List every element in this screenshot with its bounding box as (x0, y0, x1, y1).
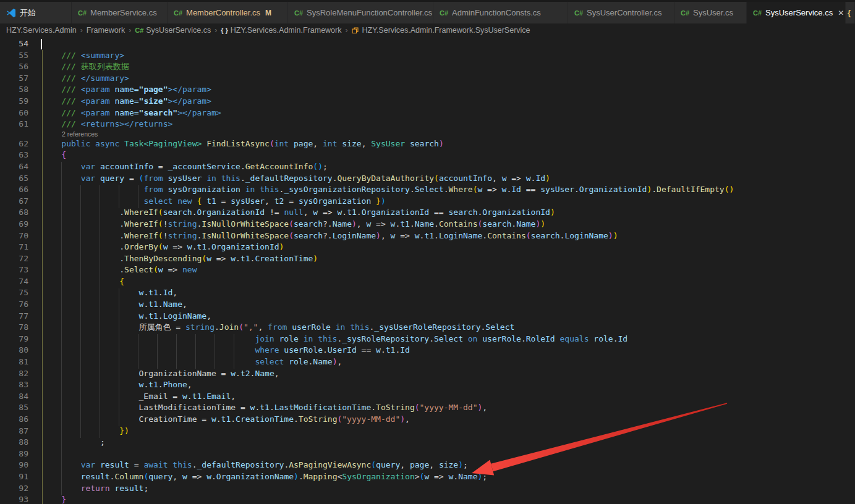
code-line-89[interactable]: 89 (0, 448, 855, 460)
code-line-70[interactable]: 70 .WhereIf(!string.IsNullOrWhiteSpace(s… (0, 230, 855, 242)
code-line-83[interactable]: 83 w.t1.Phone, (0, 379, 855, 391)
code-line-93[interactable]: 93 } (0, 494, 855, 504)
code-line-87[interactable]: 87 }) (0, 426, 855, 437)
code-editor[interactable]: 5455 /// <summary>56 /// 获取列表数据57 /// </… (0, 37, 855, 504)
line-number: 57 (0, 73, 28, 85)
code-text: w.t1.Id, (42, 287, 177, 299)
code-text: .Select(w => new (42, 264, 197, 276)
tab-label: MemberService.cs (90, 8, 157, 17)
code-text: /// <param name="page"></param> (42, 84, 211, 96)
code-line-86[interactable]: 86 CreationTime = w.t1.CreationTime.ToSt… (0, 414, 855, 426)
code-text: LastModificationTime = w.t1.LastModifica… (42, 402, 487, 414)
code-line-76[interactable]: 76 w.t1.Name, (0, 299, 855, 311)
code-line-91[interactable]: 91 result.Column(query, w => w.Organizat… (0, 471, 855, 483)
line-number: 58 (0, 84, 28, 96)
breadcrumb-item-hzy-services-admin[interactable]: HZY.Services.Admin (6, 26, 77, 35)
breadcrumb-label: HZY.Services.Admin (6, 26, 77, 35)
code-line-57[interactable]: 57 /// </summary> (0, 73, 855, 85)
line-number: 91 (0, 471, 28, 483)
line-number: 81 (0, 356, 28, 368)
csharp-file-icon: C# (574, 9, 583, 17)
tab-sysuserservice-cs[interactable]: C#SysUserService.cs✕ (747, 2, 846, 23)
code-line-62[interactable]: 62 public async Task<PagingView> FindLis… (0, 138, 855, 150)
code-line-68[interactable]: 68 .WhereIf(search.OrganizationId != nul… (0, 207, 855, 219)
line-number: 92 (0, 483, 28, 495)
code-line-64[interactable]: 64 var accountInfo = _accountService.Get… (0, 161, 855, 173)
csharp-file-icon: C# (681, 9, 689, 17)
code-text: w.t1.Name, (42, 299, 187, 311)
breadcrumb-item-framework[interactable]: Framework (87, 26, 125, 35)
code-text: select new { t1 = sysUser, t2 = sysOrgan… (42, 196, 386, 208)
code-line-63[interactable]: 63 { (0, 149, 855, 161)
line-number: 62 (0, 138, 28, 150)
code-line-59[interactable]: 59 /// <param name="size"></param> (0, 96, 855, 107)
code-line-80[interactable]: 80 where userRole.UserId == w.t1.Id (0, 345, 855, 356)
code-line-79[interactable]: 79 join role in this._sysRoleRepository.… (0, 334, 855, 345)
code-line-69[interactable]: 69 .WhereIf(!string.IsNullOrWhiteSpace(s… (0, 219, 855, 230)
line-number: 87 (0, 426, 28, 437)
line-number: 84 (0, 391, 28, 403)
code-line-65[interactable]: 65 var query = (from sysUser in this._de… (0, 173, 855, 185)
tab-label: SysRoleMenuFunctionController.cs (307, 8, 432, 17)
tab-membercontroller-cs[interactable]: C#MemberController.csM (168, 2, 288, 23)
code-text: CreationTime = w.t1.CreationTime.ToStrin… (42, 414, 410, 426)
code-text: ; (42, 437, 105, 448)
close-icon[interactable]: ✕ (836, 9, 845, 17)
csharp-file-icon: C# (174, 9, 182, 17)
breadcrumb-item-sysuserservice-cs[interactable]: C#SysUserService.cs (135, 26, 211, 35)
code-text: var query = (from sysUser in this._defau… (42, 173, 550, 185)
code-line-73[interactable]: 73 .Select(w => new (0, 264, 855, 276)
code-line-61[interactable]: 61 /// <returns></returns> (0, 119, 855, 130)
gutter (0, 130, 28, 138)
breadcrumb-label: HZY.Services.Admin.Framework (231, 26, 342, 35)
code-text: .WhereIf(!string.IsNullOrWhiteSpace(sear… (42, 230, 618, 242)
line-number: 63 (0, 149, 28, 161)
code-line-78[interactable]: 78 所属角色 = string.Join(",", from userRole… (0, 322, 855, 334)
code-line-88[interactable]: 88 ; (0, 437, 855, 448)
code-line-77[interactable]: 77 w.t1.LoginName, (0, 311, 855, 322)
code-line-74[interactable]: 74 { (0, 276, 855, 288)
tab-sysrolemenufunctioncontroller-cs[interactable]: C#SysRoleMenuFunctionController.cs (288, 2, 433, 23)
code-line-67[interactable]: 67 select new { t1 = sysUser, t2 = sysOr… (0, 196, 855, 208)
code-text: result.Column(query, w => w.Organization… (42, 471, 487, 483)
codelens-row: 2 references (0, 130, 855, 138)
code-line-84[interactable]: 84 _Email = w.t1.Email, (0, 391, 855, 403)
codelens-references[interactable]: 2 references (62, 130, 98, 138)
tab-memberservice-cs[interactable]: C#MemberService.cs (72, 2, 168, 23)
code-text: w.t1.LoginName, (42, 311, 211, 322)
code-line-71[interactable]: 71 .OrderBy(w => w.t1.OrganizationId) (0, 242, 855, 253)
code-line-58[interactable]: 58 /// <param name="page"></param> (0, 84, 855, 96)
breadcrumb-item-hzy-services-admin-framework-sysuserservice[interactable]: HZY.Services.Admin.Framework.SysUserServ… (351, 26, 530, 35)
tab-sysuser-cs[interactable]: C#SysUser.cs (674, 2, 747, 23)
breadcrumb-item-hzy-services-admin-framework[interactable]: { }HZY.Services.Admin.Framework (221, 26, 341, 35)
tab-[interactable]: { (846, 2, 855, 23)
code-line-66[interactable]: 66 from sysOrganization in this._sysOrga… (0, 184, 855, 196)
line-number: 83 (0, 379, 28, 391)
code-line-81[interactable]: 81 select role.Name), (0, 356, 855, 368)
code-line-92[interactable]: 92 return result; (0, 483, 855, 495)
code-line-54[interactable]: 54 (0, 38, 855, 50)
code-text: where userRole.UserId == w.t1.Id (42, 345, 410, 356)
code-line-82[interactable]: 82 OrganizationName = w.t2.Name, (0, 368, 855, 380)
line-number: 73 (0, 264, 28, 276)
code-line-85[interactable]: 85 LastModificationTime = w.t1.LastModif… (0, 402, 855, 414)
code-line-60[interactable]: 60 /// <param name="search"></param> (0, 107, 855, 119)
tab-sysusercontroller-cs[interactable]: C#SysUserController.cs (568, 2, 674, 23)
code-line-56[interactable]: 56 /// 获取列表数据 (0, 61, 855, 73)
line-number: 67 (0, 196, 28, 208)
tab-adminfunctionconsts-cs[interactable]: C#AdminFunctionConsts.cs (433, 2, 568, 23)
code-text: var result = await this._defaultReposito… (42, 460, 468, 471)
code-text: public async Task<PagingView> FindListAs… (42, 138, 444, 150)
line-number: 90 (0, 460, 28, 471)
code-line-72[interactable]: 72 .ThenByDescending(w => w.t1.CreationT… (0, 253, 855, 265)
csharp-file-icon: C# (440, 9, 448, 17)
code-line-75[interactable]: 75 w.t1.Id, (0, 287, 855, 299)
tab-开始[interactable]: 开始 (0, 2, 72, 23)
line-number: 60 (0, 107, 28, 119)
code-line-55[interactable]: 55 /// <summary> (0, 50, 855, 62)
tab-label: SysUserService.cs (765, 8, 833, 17)
code-line-90[interactable]: 90 var result = await this._defaultRepos… (0, 460, 855, 471)
breadcrumb-label: Framework (87, 26, 125, 35)
code-text: /// <summary> (42, 50, 124, 62)
code-text: _Email = w.t1.Email, (42, 391, 236, 403)
